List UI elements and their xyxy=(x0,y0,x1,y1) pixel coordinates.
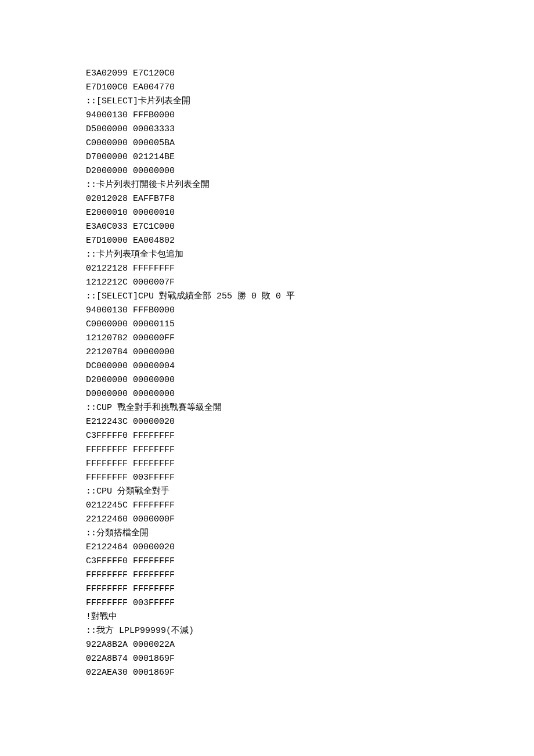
code-line: E3A02099 E7C120C0 xyxy=(86,67,448,81)
code-line: ::CPU 分類戰全對手 xyxy=(86,485,448,499)
code-line: 1212212C 0000007F xyxy=(86,276,448,290)
code-line: 0212245C FFFFFFFF xyxy=(86,499,448,513)
code-line: 022A8B74 0001869F xyxy=(86,652,448,666)
code-line: !對戰中 xyxy=(86,610,448,624)
code-line: 22120784 00000000 xyxy=(86,345,448,359)
document-content: E3A02099 E7C120C0 E7D100C0 EA004770 ::[S… xyxy=(0,0,534,680)
code-line: FFFFFFFF FFFFFFFF xyxy=(86,457,448,471)
code-line: C3FFFFF0 FFFFFFFF xyxy=(86,429,448,443)
code-line: ::[SELECT]CPU 對戰成績全部 255 勝 0 敗 0 平 xyxy=(86,290,448,304)
code-line: D2000000 00000000 xyxy=(86,164,448,178)
code-line: 02012028 EAFFB7F8 xyxy=(86,192,448,206)
code-line: ::卡片列表打開後卡片列表全開 xyxy=(86,178,448,192)
code-line: E212243C 00000020 xyxy=(86,415,448,429)
code-line: ::卡片列表項全卡包追加 xyxy=(86,248,448,262)
code-line: ::[SELECT]卡片列表全開 xyxy=(86,95,448,109)
code-line: D0000000 00000000 xyxy=(86,387,448,401)
code-line: 94000130 FFFB0000 xyxy=(86,109,448,123)
code-line: 022AEA30 0001869F xyxy=(86,666,448,680)
code-line: D5000000 00003333 xyxy=(86,123,448,136)
code-line: D2000000 00000000 xyxy=(86,373,448,387)
code-line: FFFFFFFF FFFFFFFF xyxy=(86,582,448,596)
code-line: C0000000 000005BA xyxy=(86,136,448,150)
code-line: 922A8B2A 0000022A xyxy=(86,638,448,652)
code-line: FFFFFFFF FFFFFFFF xyxy=(86,443,448,457)
code-line: D7000000 021214BE xyxy=(86,150,448,164)
code-line: 94000130 FFFB0000 xyxy=(86,304,448,318)
code-line: E7D10000 EA004802 xyxy=(86,234,448,248)
code-line: E7D100C0 EA004770 xyxy=(86,81,448,95)
code-line: ::CUP 戰全對手和挑戰賽等級全開 xyxy=(86,401,448,415)
code-line: ::分類搭檔全開 xyxy=(86,527,448,541)
code-line: FFFFFFFF 003FFFFF xyxy=(86,596,448,610)
code-line: E2122464 00000020 xyxy=(86,541,448,555)
code-line: 22122460 0000000F xyxy=(86,513,448,527)
code-line: E2000010 00000010 xyxy=(86,206,448,220)
code-line: FFFFFFFF 003FFFFF xyxy=(86,471,448,485)
code-line: ::我方 LPLP99999(不減) xyxy=(86,624,448,638)
code-line: 12120782 000000FF xyxy=(86,332,448,345)
code-line: C3FFFFF0 FFFFFFFF xyxy=(86,555,448,568)
code-line: DC000000 00000004 xyxy=(86,359,448,373)
code-line: C0000000 00000115 xyxy=(86,318,448,332)
code-line: FFFFFFFF FFFFFFFF xyxy=(86,568,448,582)
code-line: 02122128 FFFFFFFF xyxy=(86,262,448,276)
code-line: E3A0C033 E7C1C000 xyxy=(86,220,448,234)
